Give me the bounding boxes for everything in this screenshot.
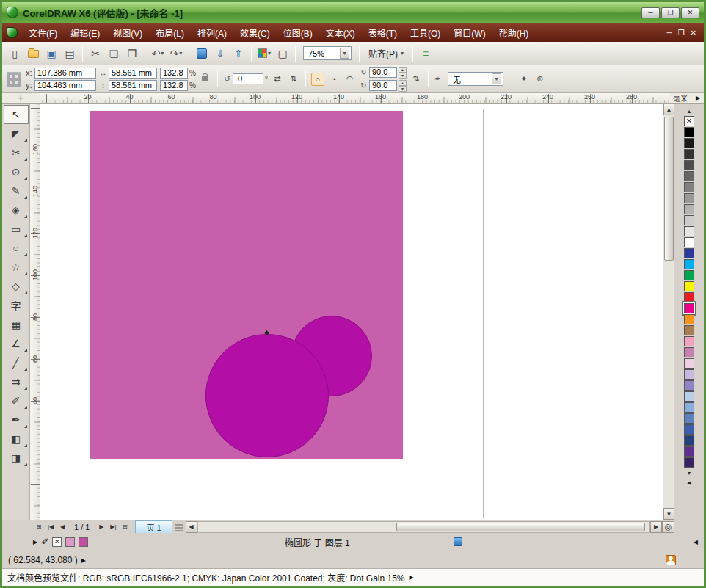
color-swatch[interactable] bbox=[684, 413, 694, 424]
first-page-button[interactable]: |◀ bbox=[45, 521, 57, 533]
scroll-right-button[interactable]: ▶ bbox=[650, 521, 662, 533]
color-swatch[interactable] bbox=[684, 369, 694, 380]
color-swatch[interactable] bbox=[684, 248, 694, 258]
next-page-button[interactable]: ▶ bbox=[95, 521, 107, 533]
vertical-scroll-track[interactable] bbox=[663, 115, 674, 508]
color-swatch[interactable] bbox=[684, 127, 694, 137]
menu-item-tools[interactable]: 工具(O) bbox=[404, 23, 447, 42]
start-angle-input[interactable]: 90.0 bbox=[369, 67, 397, 78]
profile-expand-arrow[interactable]: ▶ bbox=[410, 574, 414, 581]
export-button[interactable]: ⇑ bbox=[230, 45, 247, 62]
color-swatch[interactable] bbox=[684, 424, 694, 435]
color-swatch[interactable] bbox=[684, 259, 694, 269]
color-swatch[interactable] bbox=[684, 237, 694, 247]
color-swatch[interactable] bbox=[684, 193, 694, 203]
add-page-after-button[interactable]: ⊞ bbox=[119, 521, 131, 533]
last-page-button[interactable]: ▶| bbox=[107, 521, 119, 533]
menu-item-help[interactable]: 帮助(H) bbox=[492, 23, 536, 42]
pie-mode-button[interactable]: ◔ bbox=[327, 73, 341, 86]
color-swatch[interactable] bbox=[684, 435, 694, 446]
parallel-dimension-tool[interactable]: ∠ bbox=[4, 334, 29, 353]
scroll-left-button[interactable]: ◀ bbox=[186, 521, 197, 533]
search-content-button[interactable] bbox=[194, 45, 210, 62]
document-info-icon[interactable] bbox=[454, 537, 462, 546]
text-tool[interactable]: 字 bbox=[4, 296, 29, 315]
minimize-button[interactable]: ─ bbox=[641, 7, 660, 18]
polygon-tool[interactable]: ☆ bbox=[4, 258, 29, 277]
end-angle-input[interactable]: 90.0 bbox=[369, 80, 397, 91]
open-document-button[interactable] bbox=[25, 45, 41, 62]
no-color-swatch[interactable]: ✕ bbox=[684, 116, 694, 126]
menu-item-arrange[interactable]: 排列(A) bbox=[191, 23, 233, 42]
color-swatch[interactable] bbox=[684, 149, 694, 159]
outline-width-select[interactable]: 无 ▾ bbox=[448, 72, 503, 86]
menu-item-edit[interactable]: 编辑(E) bbox=[64, 23, 106, 42]
restore-button[interactable]: ❐ bbox=[661, 7, 680, 18]
quick-customize-button[interactable]: ⊕ bbox=[534, 73, 547, 86]
undo-button[interactable]: ↶▾ bbox=[150, 45, 166, 62]
color-swatch[interactable] bbox=[684, 402, 694, 413]
menu-item-view[interactable]: 视图(V) bbox=[106, 23, 149, 42]
freehand-tool[interactable]: ✎ bbox=[4, 181, 29, 200]
change-direction-button[interactable]: ⇅ bbox=[410, 73, 423, 86]
outline-pen-tool[interactable]: ✒ bbox=[4, 410, 29, 429]
color-swatch[interactable] bbox=[684, 270, 694, 280]
color-swatch[interactable] bbox=[684, 215, 694, 225]
page-tab[interactable]: 页 1 bbox=[135, 520, 172, 533]
mirror-vertical-button[interactable]: ⇅ bbox=[287, 73, 300, 86]
palette-flyout-button[interactable]: ◀ bbox=[684, 478, 694, 487]
cut-button[interactable]: ✂ bbox=[87, 45, 103, 62]
add-page-button[interactable]: ⊞ bbox=[33, 521, 45, 533]
previous-page-button[interactable]: ◀ bbox=[57, 521, 68, 533]
arc-mode-button[interactable]: ◠ bbox=[343, 73, 357, 86]
pane-splitter-handle[interactable] bbox=[175, 523, 183, 531]
color-swatch[interactable] bbox=[684, 347, 694, 357]
color-swatch[interactable] bbox=[684, 446, 694, 457]
menu-item-text[interactable]: 文本(X) bbox=[319, 23, 362, 42]
pick-tool[interactable]: ↖ bbox=[4, 105, 29, 124]
zoom-dropdown-icon[interactable]: ▾ bbox=[340, 48, 349, 59]
mdi-minimize-button[interactable]: ─ bbox=[667, 29, 672, 37]
menu-item-file[interactable]: 文件(F) bbox=[22, 23, 64, 42]
basic-shapes-tool[interactable]: ◇ bbox=[4, 277, 29, 296]
new-document-button[interactable]: ▯ bbox=[7, 45, 23, 62]
color-swatch[interactable] bbox=[684, 138, 694, 148]
import-button[interactable]: ⇓ bbox=[212, 45, 228, 62]
color-swatch[interactable] bbox=[684, 325, 694, 335]
convert-to-curves-button[interactable]: ✦ bbox=[517, 73, 531, 86]
close-button[interactable]: ✕ bbox=[681, 7, 699, 18]
print-button[interactable]: ▤ bbox=[62, 45, 78, 62]
snap-to-button[interactable]: 贴齐(P) ▾ bbox=[364, 46, 408, 62]
scroll-down-button[interactable]: ▼ bbox=[663, 508, 674, 520]
mdi-close-button[interactable]: ✕ bbox=[691, 29, 696, 37]
redo-dropdown-icon[interactable]: ▾ bbox=[179, 50, 182, 57]
paste-button[interactable]: ❐ bbox=[124, 45, 140, 62]
welcome-screen-button[interactable]: ▢ bbox=[274, 45, 291, 62]
outline-width-dropdown-icon[interactable]: ▾ bbox=[492, 73, 501, 84]
end-angle-spin-up[interactable]: ▴ bbox=[399, 80, 407, 86]
smart-fill-tool[interactable]: ◈ bbox=[4, 200, 29, 219]
color-swatch[interactable] bbox=[684, 281, 694, 291]
coordinates-flyout-arrow[interactable]: ▶ bbox=[81, 557, 86, 564]
palette-scroll-down-button[interactable]: ▼ bbox=[684, 468, 694, 478]
zoom-tool[interactable]: ⊙ bbox=[4, 162, 29, 181]
zoom-level-select[interactable]: 75% ▾ bbox=[303, 46, 352, 60]
object-x-input[interactable]: 107.386 mm bbox=[34, 68, 96, 79]
menu-item-effects[interactable]: 效果(C) bbox=[233, 23, 277, 42]
status-collapse-arrow[interactable]: ◀ bbox=[694, 539, 698, 545]
corner-zoom-button[interactable]: ◎ bbox=[662, 521, 674, 533]
end-angle-spin-down[interactable]: ▾ bbox=[399, 86, 407, 92]
status-flyout-arrow[interactable]: ▶ bbox=[33, 539, 37, 545]
drawing-canvas[interactable] bbox=[40, 104, 663, 520]
color-swatch[interactable] bbox=[684, 182, 694, 192]
fill-tool[interactable]: ◧ bbox=[4, 429, 29, 449]
redo-button[interactable]: ↷▾ bbox=[168, 45, 184, 62]
object-y-input[interactable]: 104.463 mm bbox=[34, 80, 96, 91]
menu-item-table[interactable]: 表格(T) bbox=[362, 23, 404, 42]
scroll-up-button[interactable]: ▲ bbox=[663, 104, 674, 115]
color-swatch[interactable] bbox=[684, 171, 694, 181]
options-button[interactable]: ≡ bbox=[418, 45, 434, 62]
rectangle-tool[interactable]: ▭ bbox=[4, 219, 29, 239]
interactive-fill-tool[interactable]: ◨ bbox=[4, 449, 29, 468]
object-width-input[interactable]: 58.561 mm bbox=[109, 68, 157, 79]
